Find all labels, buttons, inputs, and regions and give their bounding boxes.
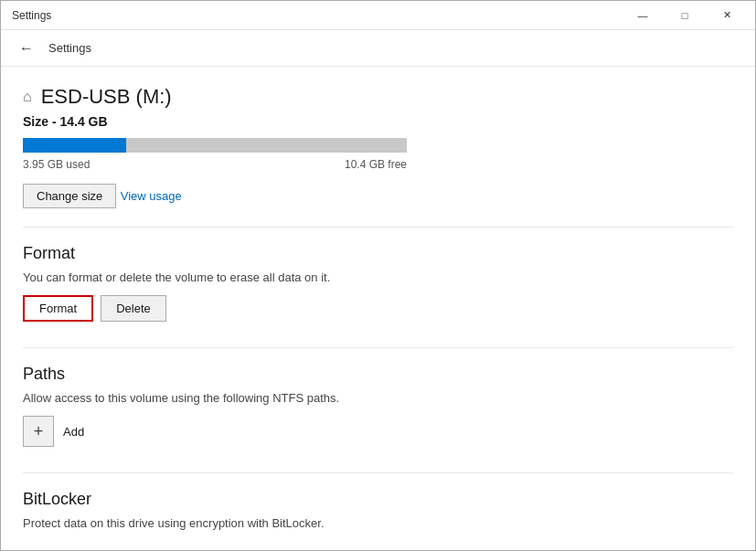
minimize-button[interactable]: — — [622, 1, 664, 30]
storage-bar — [23, 138, 407, 153]
format-section-description: You can format or delete the volume to e… — [23, 270, 733, 284]
format-section-title: Format — [23, 244, 733, 263]
back-button[interactable]: ← — [12, 34, 41, 63]
bitlocker-section-title: BitLocker — [23, 490, 733, 509]
nav-title: Settings — [48, 41, 91, 55]
maximize-button[interactable]: □ — [664, 1, 706, 30]
content-area: ⌂ ESD-USB (M:) Size - 14.4 GB 3.95 GB us… — [1, 67, 755, 550]
title-bar-left: Settings — [12, 9, 51, 22]
window-title: Settings — [12, 9, 51, 22]
storage-free-label: 10.4 GB free — [345, 158, 407, 171]
divider-1 — [23, 227, 733, 228]
add-button-container: + Add — [23, 416, 733, 447]
home-icon: ⌂ — [23, 89, 32, 105]
storage-labels: 3.95 GB used 10.4 GB free — [23, 158, 407, 171]
storage-used-label: 3.95 GB used — [23, 158, 90, 171]
page-title: ESD-USB (M:) — [41, 85, 172, 109]
paths-section-title: Paths — [23, 365, 733, 384]
storage-bar-used — [23, 138, 126, 153]
change-size-button[interactable]: Change size — [23, 184, 116, 208]
nav-bar: ← Settings — [1, 30, 755, 67]
format-button-row: Format Delete — [23, 295, 733, 322]
divider-3 — [23, 472, 733, 473]
divider-2 — [23, 347, 733, 348]
bitlocker-section: BitLocker Protect data on this drive usi… — [23, 490, 733, 530]
add-label: Add — [63, 425, 84, 439]
close-button[interactable]: ✕ — [706, 1, 748, 30]
settings-window: Settings — □ ✕ ← Settings ⌂ ESD-USB (M:)… — [0, 0, 756, 551]
page-header: ⌂ ESD-USB (M:) — [23, 85, 733, 109]
title-bar-controls: — □ ✕ — [622, 1, 748, 30]
paths-section-description: Allow access to this volume using the fo… — [23, 391, 733, 405]
delete-button[interactable]: Delete — [101, 295, 166, 322]
title-bar: Settings — □ ✕ — [1, 1, 755, 30]
bitlocker-description: Protect data on this drive using encrypt… — [23, 516, 733, 530]
format-button[interactable]: Format — [23, 295, 93, 322]
view-usage-link[interactable]: View usage — [121, 189, 182, 203]
format-section: Format You can format or delete the volu… — [23, 244, 733, 322]
add-icon-button[interactable]: + — [23, 416, 54, 447]
size-label: Size - 14.4 GB — [23, 114, 733, 129]
paths-section: Paths Allow access to this volume using … — [23, 365, 733, 447]
